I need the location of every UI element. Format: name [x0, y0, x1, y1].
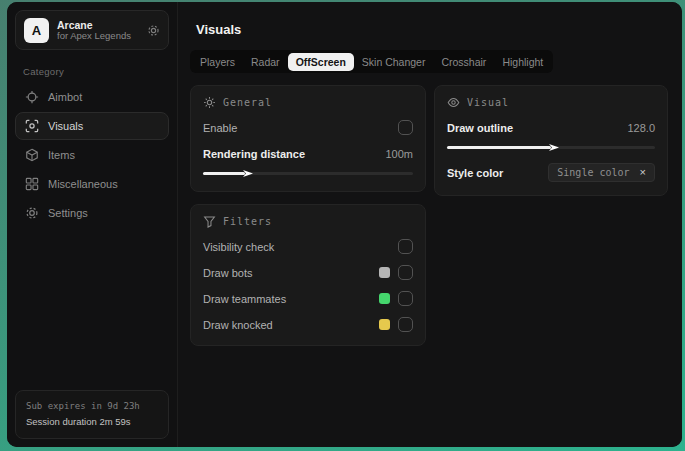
panel-title: General: [223, 97, 272, 108]
sub-expires-text: Sub expires in 9d 23h: [26, 399, 158, 414]
visibility-check-checkbox[interactable]: [398, 239, 413, 254]
panels-area: General Enable Rendering distance 100m: [190, 85, 670, 346]
session-duration-text: Session duration 2m 59s: [26, 414, 158, 430]
app-name: Arcane: [57, 19, 139, 31]
tab-radar[interactable]: Radar: [243, 53, 288, 71]
style-color-select[interactable]: Single color ×: [548, 163, 655, 182]
panel-title: Visual: [467, 97, 509, 108]
tab-players[interactable]: Players: [192, 53, 243, 71]
tab-highlight[interactable]: Highlight: [494, 53, 551, 71]
visibility-check-label: Visibility check: [203, 241, 274, 253]
cube-icon: [25, 148, 39, 162]
tab-bar: Players Radar OffScreen Skin Changer Cro…: [190, 50, 553, 73]
eye-icon: [447, 96, 460, 109]
tab-offscreen[interactable]: OffScreen: [288, 53, 354, 71]
sidebar-item-label: Aimbot: [48, 91, 82, 103]
app-header-card: A Arcane for Apex Legends: [15, 10, 169, 50]
category-label: Category: [23, 66, 169, 77]
draw-bots-color-swatch[interactable]: [379, 267, 390, 278]
sidebar-item-aimbot[interactable]: Aimbot: [15, 83, 169, 111]
draw-knocked-label: Draw knocked: [203, 319, 273, 331]
draw-bots-checkbox[interactable]: [398, 265, 413, 280]
scan-eye-icon: [25, 119, 39, 133]
sidebar-item-label: Items: [48, 149, 75, 161]
draw-bots-label: Draw bots: [203, 267, 253, 279]
gear-icon: [25, 206, 39, 220]
sidebar-item-items[interactable]: Items: [15, 141, 169, 169]
draw-knocked-checkbox[interactable]: [398, 317, 413, 332]
app-subtitle: for Apex Legends: [57, 31, 139, 42]
style-color-label: Style color: [447, 167, 503, 179]
panel-title: Filters: [223, 216, 272, 227]
draw-outline-label: Draw outline: [447, 122, 513, 134]
sidebar-item-visuals[interactable]: Visuals: [15, 112, 169, 140]
draw-knocked-color-swatch[interactable]: [379, 319, 390, 330]
tab-crosshair[interactable]: Crosshair: [433, 53, 494, 71]
draw-teammates-color-swatch[interactable]: [379, 293, 390, 304]
app-logo: A: [24, 18, 49, 43]
sidebar-item-label: Settings: [48, 207, 88, 219]
sidebar-item-settings[interactable]: Settings: [15, 199, 169, 227]
rendering-distance-value: 100m: [385, 148, 413, 160]
enable-label: Enable: [203, 122, 237, 134]
draw-teammates-label: Draw teammates: [203, 293, 286, 305]
main-content: Visuals Players Radar OffScreen Skin Cha…: [178, 2, 682, 447]
style-color-value: Single color: [557, 167, 629, 178]
draw-outline-slider[interactable]: [447, 143, 655, 152]
crosshair-icon: [25, 90, 39, 104]
sidebar: A Arcane for Apex Legends Category Aimbo…: [7, 2, 178, 447]
visual-panel: Visual Draw outline 128.0 Style color: [434, 85, 668, 196]
page-title: Visuals: [196, 22, 682, 37]
draw-outline-value: 128.0: [627, 122, 655, 134]
sidebar-item-label: Miscellaneous: [48, 178, 118, 190]
rendering-distance-slider[interactable]: [203, 169, 413, 178]
general-panel: General Enable Rendering distance 100m: [190, 85, 426, 192]
sun-icon: [203, 96, 216, 109]
subscription-info-card: Sub expires in 9d 23h Session duration 2…: [15, 390, 169, 439]
grid-icon: [25, 177, 39, 191]
tab-skin-changer[interactable]: Skin Changer: [354, 53, 434, 71]
funnel-icon: [203, 215, 216, 228]
filters-panel: Filters Visibility check Draw bots: [190, 204, 426, 346]
sidebar-item-miscellaneous[interactable]: Miscellaneous: [15, 170, 169, 198]
enable-checkbox[interactable]: [398, 120, 413, 135]
draw-teammates-checkbox[interactable]: [398, 291, 413, 306]
gear-icon[interactable]: [147, 24, 160, 37]
sidebar-item-label: Visuals: [48, 120, 83, 132]
close-icon[interactable]: ×: [640, 167, 646, 178]
app-window: A Arcane for Apex Legends Category Aimbo…: [7, 2, 682, 447]
rendering-distance-label: Rendering distance: [203, 148, 305, 160]
